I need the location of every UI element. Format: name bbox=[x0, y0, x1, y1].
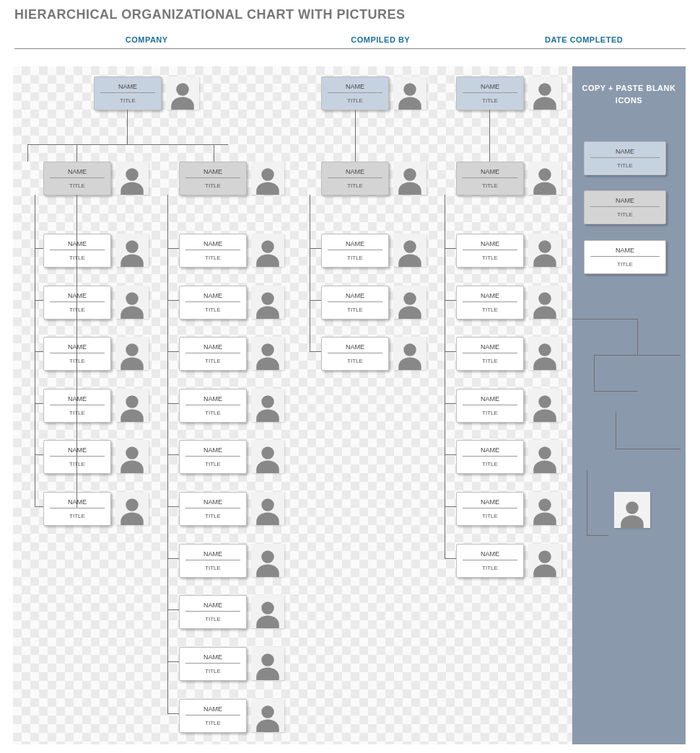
org-card[interactable]: NAMETITLE bbox=[584, 240, 666, 274]
org-card[interactable]: NAMETITLE bbox=[43, 234, 149, 268]
person-icon[interactable] bbox=[251, 492, 284, 525]
person-icon[interactable] bbox=[251, 337, 284, 370]
meta-company[interactable]: COMPANY bbox=[14, 32, 279, 48]
person-icon[interactable] bbox=[115, 337, 149, 370]
org-card-box[interactable]: NAMETITLE bbox=[179, 337, 247, 371]
person-icon[interactable] bbox=[115, 389, 149, 422]
org-card[interactable]: NAMETITLE bbox=[456, 492, 561, 526]
org-card[interactable]: NAMETITLE bbox=[179, 162, 284, 195]
person-icon[interactable] bbox=[115, 162, 149, 195]
org-card[interactable]: NAMETITLE bbox=[43, 286, 149, 320]
org-card[interactable]: NAMETITLE bbox=[179, 440, 284, 474]
org-card[interactable]: NAMETITLE bbox=[179, 286, 284, 320]
org-card[interactable]: NAMETITLE bbox=[321, 234, 426, 268]
org-card[interactable]: NAMETITLE bbox=[179, 699, 284, 733]
person-icon[interactable] bbox=[115, 492, 149, 525]
org-card[interactable]: NAMETITLE bbox=[43, 162, 149, 195]
org-card-box[interactable]: NAMETITLE bbox=[179, 440, 247, 474]
org-card-box[interactable]: NAMETITLE bbox=[43, 440, 111, 474]
person-icon[interactable] bbox=[528, 492, 561, 525]
org-card-box[interactable]: NAMETITLE bbox=[456, 492, 524, 526]
org-card-box[interactable]: NAMETITLE bbox=[584, 141, 666, 175]
org-card-box[interactable]: NAMETITLE bbox=[94, 76, 162, 110]
meta-date-completed[interactable]: DATE COMPLETED bbox=[482, 32, 686, 48]
org-card[interactable]: NAMETITLE bbox=[179, 544, 284, 578]
person-icon[interactable] bbox=[528, 337, 561, 370]
org-card-box[interactable]: NAMETITLE bbox=[321, 234, 389, 268]
org-card[interactable]: NAMETITLE bbox=[456, 337, 561, 371]
person-icon[interactable] bbox=[251, 162, 284, 195]
org-card[interactable]: NAMETITLE bbox=[456, 162, 561, 195]
org-card-box[interactable]: NAMETITLE bbox=[179, 544, 247, 578]
person-icon[interactable] bbox=[393, 162, 426, 195]
person-icon[interactable] bbox=[115, 440, 149, 473]
person-icon[interactable] bbox=[251, 234, 284, 267]
org-card-box[interactable]: NAMETITLE bbox=[43, 337, 111, 371]
person-icon[interactable] bbox=[528, 544, 561, 577]
org-card[interactable]: NAMETITLE bbox=[456, 389, 561, 423]
person-icon[interactable] bbox=[251, 595, 284, 628]
org-card[interactable]: NAMETITLE bbox=[321, 76, 426, 110]
org-card[interactable]: NAMETITLE bbox=[179, 234, 284, 268]
org-card[interactable]: NAMETITLE bbox=[584, 141, 666, 175]
org-card-box[interactable]: NAMETITLE bbox=[456, 337, 524, 371]
org-card-box[interactable]: NAMETITLE bbox=[179, 389, 247, 423]
org-card-box[interactable]: NAMETITLE bbox=[179, 595, 247, 629]
org-card-box[interactable]: NAMETITLE bbox=[179, 647, 247, 681]
org-card-box[interactable]: NAMETITLE bbox=[321, 286, 389, 320]
org-card-box[interactable]: NAMETITLE bbox=[43, 234, 111, 268]
org-card[interactable]: NAMETITLE bbox=[456, 234, 561, 268]
org-card-box[interactable]: NAMETITLE bbox=[179, 234, 247, 268]
person-icon[interactable] bbox=[251, 699, 284, 732]
person-icon[interactable] bbox=[393, 286, 426, 319]
person-icon[interactable] bbox=[166, 76, 199, 110]
person-icon[interactable] bbox=[528, 76, 561, 110]
org-card[interactable]: NAMETITLE bbox=[584, 190, 666, 224]
org-card[interactable]: NAMETITLE bbox=[179, 492, 284, 526]
chart-canvas[interactable]: NAMETITLENAMETITLENAMETITLENAMETITLENAME… bbox=[13, 66, 572, 744]
org-card-box[interactable]: NAMETITLE bbox=[43, 492, 111, 526]
org-card-box[interactable]: NAMETITLE bbox=[179, 162, 247, 195]
org-card[interactable]: NAMETITLE bbox=[179, 389, 284, 423]
org-card[interactable]: NAMETITLE bbox=[43, 337, 149, 371]
org-card-box[interactable]: NAMETITLE bbox=[179, 492, 247, 526]
org-card-box[interactable]: NAMETITLE bbox=[584, 240, 666, 274]
person-icon[interactable] bbox=[251, 440, 284, 473]
person-icon[interactable] bbox=[115, 234, 149, 267]
person-icon[interactable] bbox=[251, 286, 284, 319]
org-card[interactable]: NAMETITLE bbox=[179, 337, 284, 371]
person-icon[interactable] bbox=[251, 389, 284, 422]
person-icon[interactable] bbox=[528, 389, 561, 422]
person-icon[interactable] bbox=[393, 337, 426, 370]
org-card[interactable]: NAMETITLE bbox=[456, 286, 561, 320]
org-card-box[interactable]: NAMETITLE bbox=[179, 286, 247, 320]
org-card-box[interactable]: NAMETITLE bbox=[456, 544, 524, 578]
meta-compiled-by[interactable]: COMPILED BY bbox=[279, 32, 482, 48]
org-card[interactable]: NAMETITLE bbox=[43, 492, 149, 526]
org-card-box[interactable]: NAMETITLE bbox=[584, 190, 666, 224]
org-card[interactable]: NAMETITLE bbox=[456, 544, 561, 578]
person-icon[interactable] bbox=[528, 286, 561, 319]
org-card-box[interactable]: NAMETITLE bbox=[321, 76, 389, 110]
org-card-box[interactable]: NAMETITLE bbox=[179, 699, 247, 733]
org-card[interactable]: NAMETITLE bbox=[456, 76, 561, 110]
person-icon[interactable] bbox=[528, 162, 561, 195]
person-icon[interactable] bbox=[251, 544, 284, 577]
org-card-box[interactable]: NAMETITLE bbox=[43, 286, 111, 320]
org-card[interactable]: NAMETITLE bbox=[321, 337, 426, 371]
org-card[interactable]: NAMETITLE bbox=[321, 162, 426, 195]
person-icon[interactable] bbox=[115, 286, 149, 319]
org-card-box[interactable]: NAMETITLE bbox=[456, 162, 524, 195]
org-card[interactable]: NAMETITLE bbox=[179, 595, 284, 629]
org-card[interactable]: NAMETITLE bbox=[321, 286, 426, 320]
org-card-box[interactable]: NAMETITLE bbox=[321, 162, 389, 195]
org-card-box[interactable]: NAMETITLE bbox=[321, 337, 389, 371]
org-card-box[interactable]: NAMETITLE bbox=[456, 389, 524, 423]
org-card[interactable]: NAMETITLE bbox=[94, 76, 199, 110]
org-card[interactable]: NAMETITLE bbox=[456, 440, 561, 474]
org-card[interactable]: NAMETITLE bbox=[179, 647, 284, 681]
org-card-box[interactable]: NAMETITLE bbox=[456, 76, 524, 110]
person-icon[interactable] bbox=[614, 492, 650, 528]
person-icon[interactable] bbox=[528, 440, 561, 473]
org-card[interactable]: NAMETITLE bbox=[43, 389, 149, 423]
